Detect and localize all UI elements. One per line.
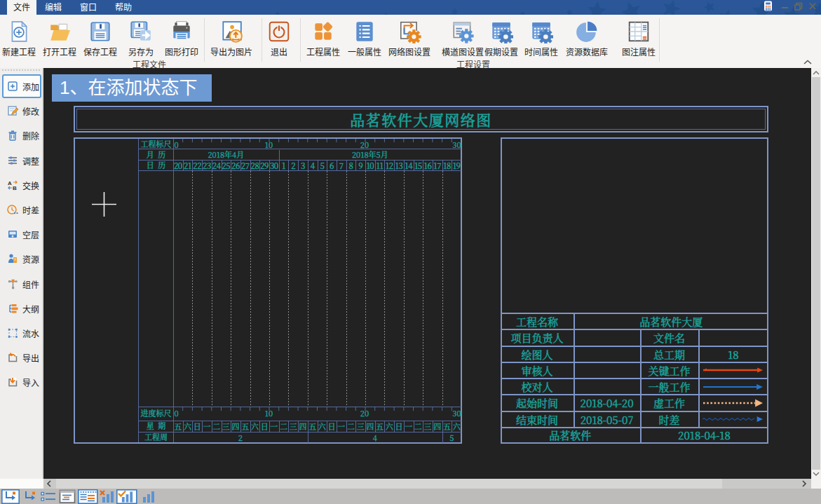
svg-text:B: B — [13, 185, 17, 191]
svg-text:A: A — [8, 180, 12, 186]
